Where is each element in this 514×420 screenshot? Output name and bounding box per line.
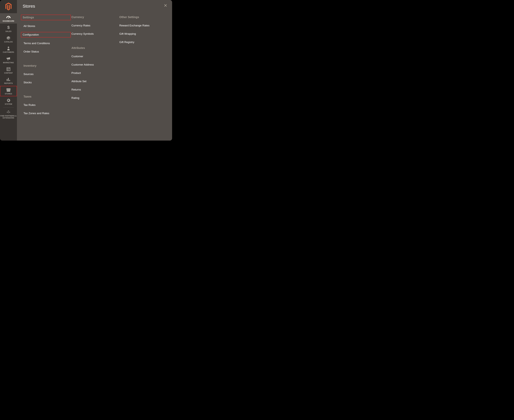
close-button[interactable]	[164, 4, 167, 8]
svg-text:$: $	[7, 25, 10, 30]
sidebar-item-label: REPORTS	[4, 82, 13, 84]
section-heading-taxes: Taxes	[23, 94, 71, 99]
sidebar-divider	[3, 107, 14, 107]
sidebar-item-reports[interactable]: REPORTS	[0, 75, 17, 86]
menu-link-currency-symbols[interactable]: Currency Symbols	[71, 32, 119, 36]
layout-icon	[7, 67, 10, 71]
sidebar-item-customers[interactable]: CUSTOMERS	[0, 44, 17, 55]
svg-rect-10	[7, 90, 10, 92]
sidebar-item-label: MARKETING	[3, 62, 14, 64]
section-heading-currency: Currency	[71, 15, 119, 19]
menu-link-customer-address[interactable]: Customer Address	[71, 63, 119, 67]
menu-link-all-stores[interactable]: All Stores	[23, 24, 71, 28]
menu-link-configuration[interactable]: Configuration	[21, 32, 71, 37]
menu-link-terms-and-conditions[interactable]: Terms and Conditions	[23, 41, 71, 45]
sidebar-item-system[interactable]: SYSTEM	[0, 96, 17, 107]
sidebar-item-sales[interactable]: $ SALES	[0, 23, 17, 34]
svg-rect-7	[7, 79, 7, 81]
sidebar: DASHBOARD $ SALES CATALOG	[0, 0, 17, 141]
sidebar-item-label: SALES	[6, 30, 11, 32]
sidebar-item-label: CATALOG	[4, 41, 13, 43]
menu-link-currency-rates[interactable]: Currency Rates	[71, 23, 119, 28]
sidebar-item-label: CUSTOMERS	[3, 51, 14, 53]
menu-link-gift-wrapping[interactable]: Gift Wrapping	[119, 32, 166, 36]
person-icon	[7, 46, 10, 51]
sidebar-item-marketing[interactable]: MARKETING	[0, 55, 17, 65]
sidebar-item-label: CONTENT	[4, 72, 13, 74]
bar-chart-icon	[7, 77, 10, 82]
section-heading-settings: Settings	[21, 15, 71, 20]
section-heading-attributes: Attributes	[71, 46, 119, 50]
svg-rect-4	[7, 68, 10, 71]
magento-logo[interactable]	[4, 2, 13, 11]
menu-link-sources[interactable]: Sources	[23, 72, 71, 76]
menu-link-returns[interactable]: Returns	[71, 88, 119, 92]
box-icon	[7, 36, 10, 40]
menu-link-gift-registry[interactable]: Gift Registry	[119, 40, 166, 44]
menu-link-stocks[interactable]: Stocks	[23, 80, 71, 85]
menu-link-tax-rules[interactable]: Tax Rules	[23, 103, 71, 107]
sidebar-item-label: FIND PARTNERS & EXTENSIONS	[0, 115, 17, 119]
svg-point-0	[8, 18, 9, 18]
storefront-icon	[6, 88, 11, 92]
sidebar-item-label: DASHBOARD	[3, 20, 14, 22]
gear-icon	[7, 98, 10, 103]
panel-column: Currency Currency Rates Currency Symbols…	[71, 15, 119, 120]
gauge-icon	[6, 15, 11, 20]
stores-panel: Stores Settings All Stores Configuration…	[17, 0, 172, 141]
sidebar-item-dashboard[interactable]: DASHBOARD	[0, 13, 17, 23]
svg-rect-3	[7, 58, 7, 59]
panel-columns: Settings All Stores Configuration Terms …	[23, 15, 166, 120]
panel-column: Settings All Stores Configuration Terms …	[23, 15, 71, 120]
menu-link-attribute-set[interactable]: Attribute Set	[71, 79, 119, 83]
dollar-icon: $	[7, 25, 10, 30]
svg-rect-8	[8, 78, 9, 81]
sidebar-item-catalog[interactable]: CATALOG	[0, 34, 17, 44]
menu-link-rating[interactable]: Rating	[71, 96, 119, 100]
sidebar-item-label: SYSTEM	[5, 103, 12, 105]
blocks-icon	[7, 110, 10, 114]
menu-link-tax-zones-and-rates[interactable]: Tax Zones and Rates	[23, 111, 71, 115]
svg-point-2	[8, 47, 9, 48]
megaphone-icon	[6, 57, 11, 61]
section-heading-inventory: Inventory	[23, 64, 71, 68]
panel-column: Other Settings Reward Exchange Rates Gif…	[119, 15, 166, 120]
menu-link-product[interactable]: Product	[71, 71, 119, 75]
sidebar-item-content[interactable]: CONTENT	[0, 65, 17, 75]
admin-frame: DASHBOARD $ SALES CATALOG	[0, 0, 172, 141]
menu-link-customer[interactable]: Customer	[71, 54, 119, 59]
sidebar-item-stores[interactable]: STORES	[0, 86, 17, 96]
sidebar-item-find-partners[interactable]: FIND PARTNERS & EXTENSIONS	[0, 108, 17, 120]
menu-link-reward-exchange-rates[interactable]: Reward Exchange Rates	[119, 23, 166, 28]
svg-rect-9	[9, 80, 10, 81]
panel-title: Stores	[23, 4, 166, 9]
section-heading-other-settings: Other Settings	[119, 15, 166, 19]
sidebar-item-label: STORES	[5, 93, 12, 95]
menu-link-order-status[interactable]: Order Status	[23, 50, 71, 54]
